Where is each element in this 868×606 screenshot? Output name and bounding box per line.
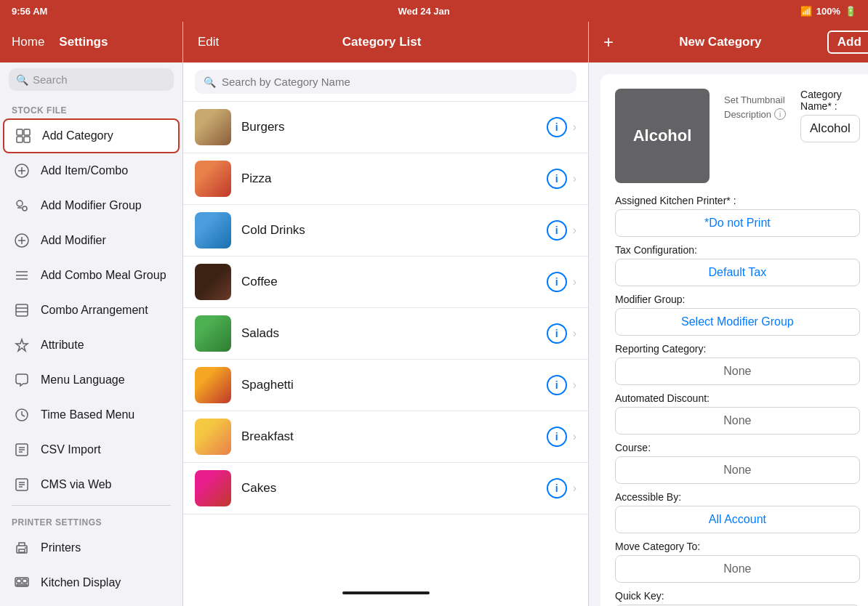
settings-link[interactable]: Settings <box>59 35 108 49</box>
svg-line-21 <box>22 415 25 416</box>
category-item-salads[interactable]: Salads i › <box>183 308 588 360</box>
category-item-cold-drinks[interactable]: Cold Drinks i › <box>183 205 588 256</box>
chevron-pizza: › <box>573 172 576 185</box>
menu-language-label: Menu Language <box>41 373 125 387</box>
category-name-value[interactable]: Alcohol <box>800 115 860 142</box>
category-item-pizza[interactable]: Pizza i › <box>183 153 588 205</box>
form-card: Alcohol Set Thumbnail Description i Cate… <box>600 74 868 606</box>
sidebar-item-add-category[interactable]: Add Category <box>3 118 180 153</box>
info-btn-breakfast[interactable]: i <box>547 427 567 447</box>
modifier-group-field: Modifier Group: Select Modifier Group <box>615 294 860 336</box>
accessible-by-btn[interactable]: All Account <box>615 506 860 533</box>
category-item-spaghetti[interactable]: Spaghetti i › <box>183 360 588 411</box>
info-btn-cakes[interactable]: i <box>547 478 567 498</box>
sidebar-item-printers[interactable]: Printers <box>0 530 182 565</box>
sidebar-item-add-combo-meal-group[interactable]: Add Combo Meal Group <box>0 258 182 293</box>
info-btn-burgers[interactable]: i <box>547 117 567 137</box>
kitchen-display-icon <box>12 573 32 593</box>
printers-icon <box>12 538 32 558</box>
info-btn-pizza[interactable]: i <box>547 169 567 189</box>
attribute-label: Attribute <box>41 339 84 352</box>
time-based-menu-icon <box>12 405 32 425</box>
status-bar: 9:56 AM Wed 24 Jan 📶 100% 🔋 <box>0 0 868 22</box>
modifier-group-label: Modifier Group: <box>615 294 860 305</box>
kitchen-printer-field: Assigned Kitchen Printer* : *Do not Prin… <box>615 195 860 237</box>
sidebar-item-kitchen-display[interactable]: Kitchen Display <box>0 565 182 600</box>
tax-config-btn[interactable]: Default Tax <box>615 259 860 286</box>
tax-config-field: Tax Configuration: Default Tax <box>615 244 860 286</box>
category-item-coffee[interactable]: Coffee i › <box>183 256 588 308</box>
svg-rect-35 <box>23 579 27 583</box>
sidebar-item-attribute[interactable]: Attribute <box>0 328 182 363</box>
sidebar-item-combo-arrangement[interactable]: Combo Arrangement <box>0 293 182 328</box>
new-category-plus[interactable]: + <box>603 32 614 52</box>
attribute-icon <box>12 335 32 355</box>
scroll-indicator <box>342 591 430 594</box>
sidebar-item-print-options[interactable]: Print Options <box>0 600 182 606</box>
category-item-burgers[interactable]: Burgers i › <box>183 102 588 153</box>
category-search-box[interactable]: 🔍 <box>195 70 576 94</box>
add-modifier-label: Add Modifier <box>41 234 106 247</box>
category-actions-pizza: i › <box>547 169 576 189</box>
chevron-salads: › <box>573 327 576 340</box>
category-actions-spaghetti: i › <box>547 375 576 395</box>
automated-discount-btn[interactable]: None <box>615 407 860 435</box>
search-placeholder: Search <box>33 73 68 86</box>
search-icon: 🔍 <box>16 74 28 86</box>
status-date: Wed 24 Jan <box>398 6 449 17</box>
scroll-indicator-container <box>183 580 588 606</box>
sidebar-item-csv-import[interactable]: CSV Import <box>0 432 182 467</box>
sidebar: Home Settings 🔍 Search STOCK FILE Add Ca… <box>0 22 183 606</box>
kitchen-printer-btn[interactable]: *Do not Print <box>615 209 860 237</box>
sidebar-search-box[interactable]: 🔍 Search <box>9 68 174 91</box>
edit-button[interactable]: Edit <box>198 35 219 49</box>
course-btn[interactable]: None <box>615 456 860 484</box>
sidebar-item-cms-via-web[interactable]: CMS via Web <box>0 467 182 502</box>
tax-config-label: Tax Configuration: <box>615 244 860 256</box>
category-search-input[interactable] <box>222 76 568 88</box>
svg-rect-1 <box>24 129 30 135</box>
info-btn-salads[interactable]: i <box>547 323 567 344</box>
info-btn-spaghetti[interactable]: i <box>547 375 567 395</box>
reporting-category-label: Reporting Category: <box>615 343 860 355</box>
sidebar-item-menu-language[interactable]: Menu Language <box>0 363 182 397</box>
move-category-btn[interactable]: None <box>615 555 860 583</box>
svg-point-32 <box>25 547 26 549</box>
add-item-combo-icon <box>12 161 32 181</box>
sidebar-header: Home Settings <box>0 22 182 62</box>
stock-file-label: STOCK FILE <box>0 97 182 118</box>
info-btn-cold-drinks[interactable]: i <box>547 220 567 241</box>
category-thumb-breakfast <box>195 419 231 455</box>
category-list: Burgers i › Pizza i › Cold Drinks i › Co… <box>183 102 588 580</box>
add-button[interactable]: Add <box>827 31 868 54</box>
kitchen-printer-label: Assigned Kitchen Printer* : <box>615 195 860 206</box>
category-name-burgers: Burgers <box>241 120 547 134</box>
category-search-container: 🔍 <box>183 62 588 102</box>
sidebar-item-time-based-menu[interactable]: Time Based Menu <box>0 397 182 432</box>
description-info-icon[interactable]: i <box>774 108 786 120</box>
category-actions-salads: i › <box>547 323 576 344</box>
info-btn-coffee[interactable]: i <box>547 272 567 292</box>
middle-panel: Edit Category List 🔍 Burgers i › Pizza i… <box>183 22 589 606</box>
sidebar-item-add-item-combo[interactable]: Add Item/Combo <box>0 153 182 188</box>
accessible-by-label: Accessible By: <box>615 491 860 503</box>
category-name-pizza: Pizza <box>241 171 547 186</box>
sidebar-search-container: 🔍 Search <box>0 62 182 97</box>
form-right: Category Name* : Alcohol <box>800 89 860 151</box>
category-thumb-cakes <box>195 470 231 506</box>
time-based-menu-label: Time Based Menu <box>41 408 134 421</box>
add-category-label: Add Category <box>42 129 113 142</box>
category-item-cakes[interactable]: Cakes i › <box>183 463 588 514</box>
sidebar-item-add-modifier[interactable]: Add Modifier <box>0 223 182 258</box>
svg-rect-36 <box>17 584 27 586</box>
sidebar-item-add-modifier-group[interactable]: Add Modifier Group <box>0 188 182 223</box>
modifier-group-btn[interactable]: Select Modifier Group <box>615 308 860 336</box>
printer-settings-label: PRINTER SETTINGS <box>0 509 182 530</box>
status-time: 9:56 AM <box>12 6 47 17</box>
reporting-category-btn[interactable]: None <box>615 357 860 385</box>
home-link[interactable]: Home <box>12 35 44 49</box>
printers-label: Printers <box>41 541 81 554</box>
combo-arrangement-label: Combo Arrangement <box>41 304 148 317</box>
category-name-field: Category Name* : Alcohol <box>800 89 860 142</box>
category-item-breakfast[interactable]: Breakfast i › <box>183 411 588 463</box>
